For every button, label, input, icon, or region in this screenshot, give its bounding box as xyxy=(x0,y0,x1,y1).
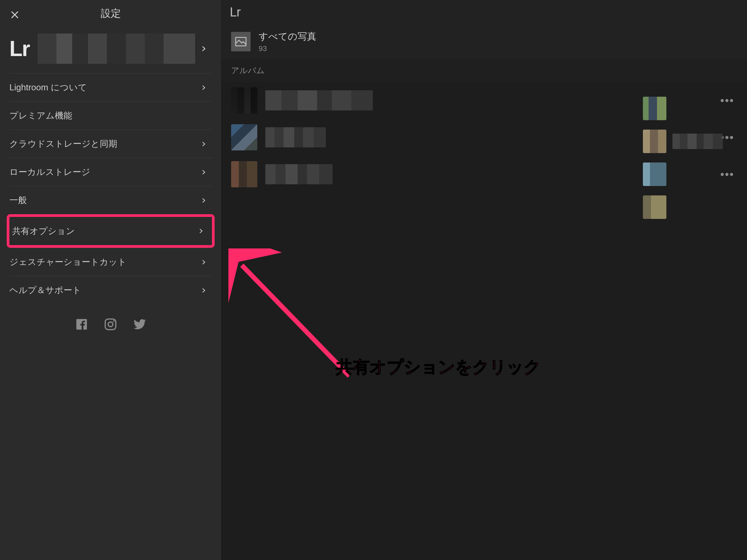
thumbnail xyxy=(643,195,666,219)
album-thumbnail xyxy=(231,87,257,113)
right-thumbnail-strip xyxy=(643,97,747,219)
settings-item-premium[interactable]: プレミアム機能 xyxy=(9,101,212,130)
chevron-right-icon xyxy=(198,226,204,235)
settings-item-general[interactable]: 一般 xyxy=(9,186,212,214)
settings-header: 設定 xyxy=(0,0,221,27)
chevron-right-icon xyxy=(200,44,207,53)
image-icon xyxy=(235,37,247,46)
facebook-icon[interactable] xyxy=(75,317,89,331)
social-links xyxy=(0,304,221,344)
settings-item-about[interactable]: Lightroom について xyxy=(9,73,212,101)
settings-item-label: プレミアム機能 xyxy=(9,110,72,122)
library-main: Lr すべての写真 93 アルバム ••• ••• xyxy=(222,0,747,560)
thumbnail xyxy=(643,162,666,186)
twitter-icon[interactable] xyxy=(132,317,147,332)
label-redacted xyxy=(672,134,723,149)
close-button[interactable] xyxy=(8,8,22,22)
settings-item-label: Lightroom について xyxy=(9,82,87,93)
lightroom-logo: Lr xyxy=(9,36,30,61)
settings-title: 設定 xyxy=(0,7,221,21)
all-photos-icon xyxy=(231,32,251,51)
account-info-redacted xyxy=(37,33,195,64)
album-title-redacted xyxy=(265,127,326,148)
chevron-right-icon xyxy=(201,140,207,149)
settings-panel: 設定 Lr Lightroom について プレミアム機能 クラウドストレージと同… xyxy=(0,0,222,560)
thumbnail xyxy=(643,97,666,120)
list-item[interactable] xyxy=(643,130,740,153)
settings-item-local-storage[interactable]: ローカルストレージ xyxy=(9,158,212,186)
chevron-right-icon xyxy=(201,258,207,267)
all-photos-count: 93 xyxy=(259,44,316,53)
album-title-redacted xyxy=(265,164,333,184)
all-photos-row[interactable]: すべての写真 93 xyxy=(222,24,747,59)
close-icon xyxy=(10,10,20,20)
settings-item-label: 一般 xyxy=(9,194,27,206)
svg-point-3 xyxy=(108,322,113,327)
main-header: Lr xyxy=(222,0,747,24)
settings-item-label: クラウドストレージと同期 xyxy=(9,138,117,150)
album-thumbnail xyxy=(231,124,257,151)
settings-item-label: ジェスチャーショートカット xyxy=(9,256,127,268)
svg-point-4 xyxy=(113,320,114,322)
settings-item-help-support[interactable]: ヘルプ＆サポート xyxy=(9,276,212,304)
all-photos-label: すべての写真 xyxy=(259,30,316,43)
chevron-right-icon xyxy=(201,196,207,205)
settings-item-share-options[interactable]: 共有オプション xyxy=(7,214,215,248)
settings-item-label: ローカルストレージ xyxy=(9,166,91,178)
lightroom-logo-header: Lr xyxy=(230,5,240,20)
album-thumbnail xyxy=(231,161,257,187)
thumbnail xyxy=(643,130,666,153)
chevron-right-icon xyxy=(201,83,207,92)
chevron-right-icon xyxy=(201,168,207,177)
chevron-right-icon xyxy=(201,286,207,295)
settings-item-gesture-shortcuts[interactable]: ジェスチャーショートカット xyxy=(9,248,212,276)
settings-item-label: ヘルプ＆サポート xyxy=(9,284,81,296)
settings-list: Lightroom について プレミアム機能 クラウドストレージと同期 ローカル… xyxy=(0,73,221,304)
settings-item-cloud-sync[interactable]: クラウドストレージと同期 xyxy=(9,130,212,158)
album-title-redacted xyxy=(265,90,373,110)
albums-section-header: アルバム xyxy=(222,59,747,82)
settings-account-row[interactable]: Lr xyxy=(0,27,221,73)
list-item[interactable] xyxy=(643,195,740,219)
settings-item-label: 共有オプション xyxy=(12,225,75,237)
list-item[interactable] xyxy=(643,162,740,186)
list-item[interactable] xyxy=(643,97,740,120)
instagram-icon[interactable] xyxy=(103,317,118,331)
